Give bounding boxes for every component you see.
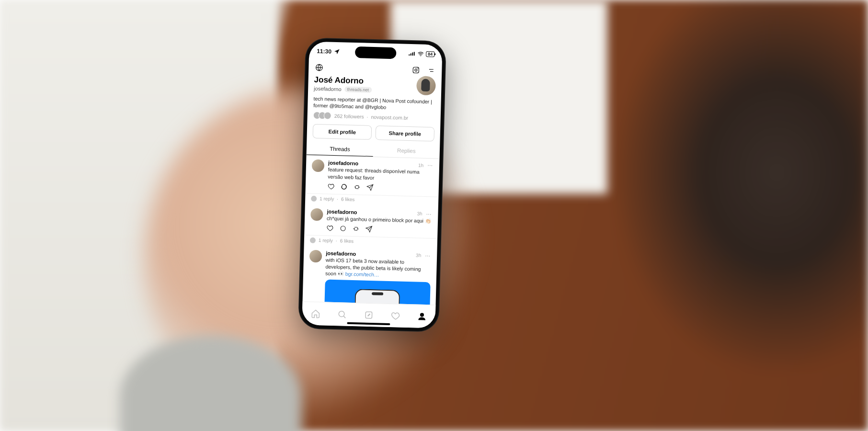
instagram-icon[interactable] — [411, 65, 421, 75]
home-tab-icon[interactable] — [310, 308, 321, 319]
share-icon[interactable] — [366, 183, 374, 192]
post-text: feature request: threads disponível numa… — [328, 166, 434, 182]
like-count: 6 likes — [340, 238, 354, 244]
post-username[interactable]: josefadorno — [326, 250, 356, 257]
like-count: 6 likes — [341, 196, 355, 202]
menu-icon[interactable] — [426, 66, 436, 76]
svg-rect-3 — [414, 52, 415, 56]
more-icon[interactable]: ··· — [424, 254, 431, 258]
svg-rect-2 — [412, 52, 413, 56]
location-icon — [333, 49, 340, 55]
like-icon[interactable] — [326, 224, 333, 232]
post-actions — [326, 224, 432, 235]
battery-indicator: 84 — [426, 51, 434, 57]
profile-link[interactable]: novapost.com.br — [371, 114, 408, 121]
cellular-icon — [409, 51, 415, 57]
like-icon[interactable] — [328, 182, 335, 191]
followers-count: 262 followers — [334, 113, 364, 120]
wifi-icon — [417, 51, 424, 57]
search-tab-icon[interactable] — [337, 309, 348, 320]
reply-icon[interactable] — [341, 183, 348, 191]
post-avatar[interactable] — [310, 208, 323, 232]
post-link[interactable]: bgr.com/tech… — [345, 271, 379, 278]
reply-count: 1 reply — [320, 196, 334, 202]
battery-level: 84 — [428, 52, 433, 57]
post-timestamp: 3h — [417, 211, 422, 216]
post-username[interactable]: josefadorno — [328, 160, 358, 167]
share-profile-button[interactable]: Share profile — [375, 125, 434, 141]
iphone-device: 11:30 84 — [298, 37, 446, 332]
post-username[interactable]: josefadorno — [327, 208, 357, 215]
reply-avatar — [310, 237, 316, 243]
feed[interactable]: josefadorno 1h ··· feature request: thre… — [302, 156, 439, 314]
svg-point-4 — [420, 56, 421, 57]
svg-line-14 — [343, 316, 345, 318]
more-icon[interactable]: ··· — [426, 163, 434, 167]
post-timestamp: 3h — [416, 253, 421, 258]
more-icon[interactable]: ··· — [425, 212, 433, 216]
reply-icon[interactable] — [339, 225, 346, 233]
domain-badge: threads.net — [344, 86, 372, 92]
globe-icon[interactable] — [314, 63, 324, 73]
svg-point-11 — [342, 184, 346, 189]
username: josefadorno — [314, 86, 342, 92]
tab-threads[interactable]: Threads — [307, 142, 374, 157]
repost-icon[interactable] — [352, 225, 359, 233]
profile-buttons: Edit profile Share profile — [307, 121, 440, 146]
svg-rect-0 — [409, 54, 410, 56]
post[interactable]: josefadorno 3h ··· ch*quei já ganhou o p… — [304, 204, 438, 238]
post-avatar[interactable] — [311, 159, 325, 191]
app-content: José Adorno josefadorno threads.net tech… — [302, 60, 442, 328]
activity-tab-icon[interactable] — [390, 310, 401, 321]
profile-tab-icon[interactable] — [417, 311, 428, 322]
repost-icon[interactable] — [354, 183, 361, 192]
tab-replies[interactable]: Replies — [373, 144, 440, 159]
post-avatar[interactable] — [308, 250, 322, 308]
dynamic-island — [355, 46, 397, 59]
svg-point-12 — [341, 226, 345, 231]
svg-rect-6 — [413, 67, 419, 73]
reply-count: 1 reply — [319, 238, 333, 243]
status-time: 11:30 — [317, 48, 331, 55]
edit-profile-button[interactable]: Edit profile — [312, 124, 372, 140]
reply-avatar — [311, 195, 317, 201]
svg-rect-1 — [411, 53, 411, 56]
post[interactable]: josefadorno 1h ··· feature request: thre… — [305, 156, 439, 197]
post-actions — [328, 182, 433, 193]
compose-tab-icon[interactable] — [364, 310, 375, 321]
post-timestamp: 1h — [418, 162, 423, 168]
separator: · — [366, 114, 368, 120]
follower-facepile — [313, 112, 331, 120]
screen: 11:30 84 — [302, 41, 442, 328]
svg-point-8 — [417, 68, 418, 69]
svg-point-7 — [415, 69, 417, 71]
profile-header: José Adorno josefadorno threads.net — [308, 73, 442, 97]
share-icon[interactable] — [365, 226, 372, 234]
post-text: with iOS 17 beta 3 now available to deve… — [325, 256, 431, 279]
svg-point-16 — [421, 313, 424, 317]
